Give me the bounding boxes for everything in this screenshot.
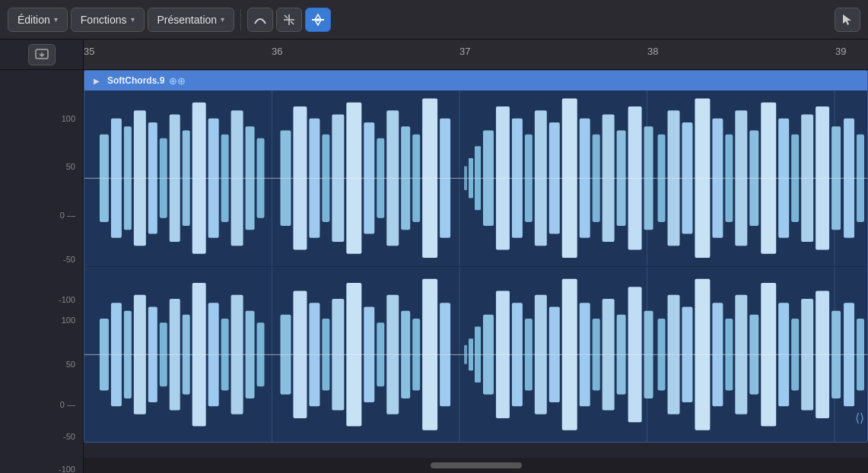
svg-rect-31 (293, 106, 307, 250)
svg-rect-118 (580, 303, 590, 406)
curve-tool-button[interactable] (247, 8, 273, 32)
pin-icon (310, 12, 326, 27)
svg-rect-43 (464, 167, 467, 190)
svg-rect-87 (170, 298, 180, 410)
toolbar-right (835, 8, 860, 32)
svg-rect-28 (246, 126, 255, 230)
edition-menu[interactable]: Édition ▾ (8, 8, 68, 32)
svg-rect-100 (346, 282, 361, 426)
svg-rect-73 (844, 119, 854, 238)
presentation-menu[interactable]: Présentation ▾ (148, 8, 235, 32)
svg-rect-107 (440, 303, 450, 406)
svg-rect-133 (778, 303, 789, 406)
svg-rect-86 (160, 322, 167, 386)
scrollbar-thumb[interactable] (431, 462, 522, 468)
svg-rect-62 (695, 98, 710, 258)
svg-rect-44 (469, 158, 473, 198)
waveform-channel-top (84, 90, 867, 266)
svg-rect-22 (170, 114, 180, 242)
svg-rect-111 (483, 314, 494, 394)
svg-rect-129 (725, 319, 733, 390)
scale-100-bottom: 100 (62, 316, 75, 325)
region-title: SoftChords.9 (107, 75, 164, 86)
svg-rect-50 (535, 110, 547, 246)
svg-rect-25 (208, 119, 219, 238)
scissors-tool-button[interactable] (276, 8, 302, 32)
svg-rect-72 (831, 126, 841, 230)
toolbar: Édition ▾ Fonctions ▾ Présentation ▾ (0, 0, 868, 40)
pointer-tool-button[interactable] (835, 8, 860, 32)
fonctions-menu[interactable]: Fonctions ▾ (71, 8, 145, 32)
svg-rect-67 (761, 103, 776, 254)
region-play-icon[interactable]: ▶ (91, 75, 103, 87)
svg-rect-139 (857, 319, 864, 390)
svg-rect-65 (735, 110, 747, 246)
region-header: ▶ SoftChords.9 ⊕⊕ (84, 71, 867, 90)
scale-labels: 100 50 0 — -50 -100 100 50 0 — -50 -100 (0, 70, 83, 473)
timeline-ruler: 35 36 37 38 39 (84, 40, 868, 70)
pin-tool-button[interactable] (305, 8, 331, 32)
svg-rect-38 (386, 110, 399, 246)
svg-rect-41 (422, 98, 437, 258)
svg-rect-97 (309, 303, 320, 406)
svg-rect-105 (412, 319, 420, 390)
svg-rect-40 (412, 135, 420, 222)
main-content: 100 50 0 — -50 -100 100 50 0 — -50 -100 … (0, 40, 868, 473)
scale-50-bottom: 50 (66, 360, 75, 369)
svg-rect-128 (712, 303, 723, 406)
svg-rect-110 (475, 326, 481, 382)
svg-rect-122 (628, 287, 642, 422)
import-button[interactable] (28, 44, 56, 65)
svg-point-6 (316, 18, 320, 21)
svg-rect-109 (469, 338, 473, 370)
ruler-mark-37: 37 (459, 40, 470, 69)
svg-rect-116 (549, 306, 560, 402)
svg-rect-53 (580, 119, 590, 238)
ruler-label-38: 38 (647, 40, 658, 57)
fonctions-label: Fonctions (81, 14, 127, 26)
svg-rect-30 (280, 130, 291, 226)
scale-0-bottom: 0 — (60, 400, 75, 409)
svg-rect-39 (401, 126, 410, 230)
scale-header (0, 40, 83, 70)
svg-line-2 (285, 15, 288, 18)
ruler-mark-39: 39 (835, 40, 846, 69)
scrollbar-area (84, 458, 868, 473)
svg-rect-37 (377, 138, 384, 218)
waveform-container[interactable]: ▶ SoftChords.9 ⊕⊕ (84, 70, 868, 458)
svg-rect-114 (525, 319, 533, 390)
ruler-mark-36: 36 (272, 40, 282, 69)
svg-rect-18 (124, 126, 132, 230)
svg-rect-16 (100, 135, 109, 222)
svg-rect-98 (322, 319, 329, 390)
svg-rect-102 (377, 322, 384, 386)
resize-handle[interactable]: ⟨⟩ (855, 411, 864, 425)
svg-marker-7 (843, 14, 851, 25)
svg-rect-70 (801, 114, 813, 242)
svg-rect-135 (801, 298, 813, 410)
svg-rect-81 (100, 319, 109, 390)
svg-rect-112 (496, 290, 510, 418)
scale-minus100-top: -100 (59, 295, 75, 304)
svg-rect-46 (483, 130, 494, 226)
svg-rect-84 (134, 294, 146, 414)
svg-rect-29 (257, 138, 265, 218)
svg-rect-127 (695, 278, 710, 430)
svg-rect-89 (192, 282, 206, 426)
svg-rect-101 (364, 306, 374, 402)
ruler-label-36: 36 (272, 40, 282, 57)
region-loop-icon: ⊕⊕ (169, 75, 186, 87)
svg-rect-60 (668, 110, 680, 246)
ruler-label-39: 39 (835, 40, 846, 57)
waveform-channel-bottom (84, 267, 867, 443)
waveform-display (84, 90, 867, 442)
svg-rect-99 (332, 298, 344, 410)
svg-rect-125 (668, 294, 680, 414)
svg-rect-130 (735, 294, 747, 414)
svg-rect-126 (682, 306, 692, 402)
svg-rect-95 (280, 314, 291, 394)
svg-rect-137 (831, 310, 841, 398)
svg-rect-96 (293, 290, 307, 418)
svg-rect-85 (148, 306, 157, 402)
ruler-label-35: 35 (84, 40, 94, 57)
